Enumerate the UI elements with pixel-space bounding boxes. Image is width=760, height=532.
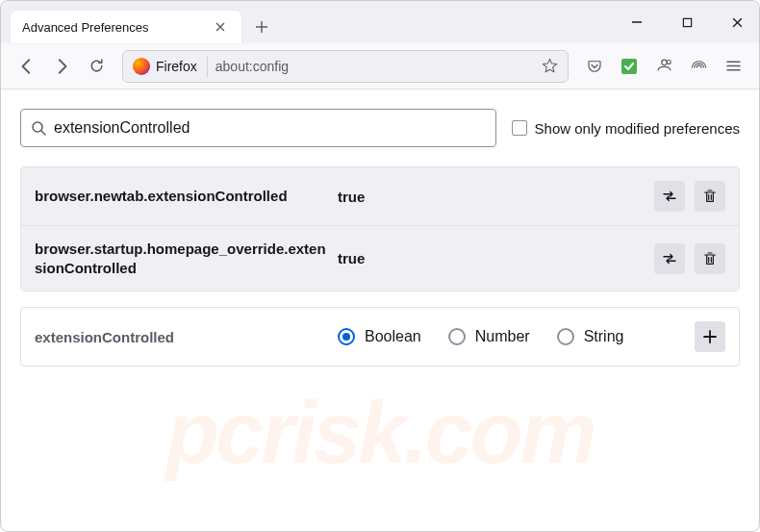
site-identity[interactable]: Firefox [129,56,208,77]
minimize-button[interactable] [622,8,651,37]
toolbar-right [578,50,749,83]
url-text: about:config [215,59,537,74]
back-button[interactable] [11,50,43,83]
new-tab-button[interactable] [247,13,276,41]
firefox-icon [133,58,150,75]
navigation-toolbar: Firefox about:config [1,43,759,89]
app-menu-icon[interactable] [717,50,749,83]
bookmark-star-icon[interactable] [537,54,562,79]
delete-button[interactable] [695,181,725,212]
radio-number[interactable]: Number [448,328,530,345]
radio-circle-icon [338,328,355,345]
svg-point-2 [667,61,671,64]
radio-boolean[interactable]: Boolean [338,328,421,345]
pref-name: browser.newtab.extensionControlled [35,187,328,206]
show-modified-checkbox[interactable]: Show only modified preferences [512,120,740,137]
radio-label: Boolean [365,328,421,345]
shield-icon[interactable] [682,50,715,83]
checkbox-box-icon [512,120,527,136]
pref-name: browser.startup.homepage_override.extens… [35,240,328,277]
svg-rect-0 [683,18,691,26]
svg-rect-1 [621,59,637,74]
reload-button[interactable] [80,50,113,83]
pocket-icon[interactable] [578,50,611,83]
forward-button[interactable] [45,50,78,83]
checkbox-label: Show only modified preferences [535,120,740,137]
radio-circle-icon [557,328,574,345]
watermark: pcrisk.com [165,384,594,483]
window-controls [622,1,751,43]
preference-row: browser.startup.homepage_override.extens… [21,226,739,291]
search-input[interactable]: extensionControlled [20,109,496,147]
radio-label: Number [475,328,530,345]
address-bar[interactable]: Firefox about:config [122,50,569,83]
preference-row: browser.newtab.extensionControlled true [21,167,739,226]
identity-label: Firefox [156,59,197,74]
radio-string[interactable]: String [557,328,624,345]
type-radio-group: Boolean Number String [338,328,685,345]
content-area: extensionControlled Show only modified p… [1,89,759,531]
search-row: extensionControlled Show only modified p… [20,109,740,147]
pref-value: true [338,250,645,266]
pref-value: true [338,189,645,205]
preferences-table: browser.newtab.extensionControlled true … [20,166,740,291]
tab-bar: Advanced Preferences [1,1,759,43]
add-button[interactable] [695,321,725,352]
account-icon[interactable] [647,50,680,83]
extension-icon[interactable] [613,50,646,83]
toggle-button[interactable] [654,243,685,274]
maximize-button[interactable] [672,8,701,37]
search-icon [31,120,46,136]
search-value: extensionControlled [54,119,486,137]
radio-label: String [584,328,624,345]
close-window-button[interactable] [722,8,751,37]
create-pref-name: extensionControlled [35,329,328,345]
tab-active[interactable]: Advanced Preferences [11,11,241,43]
radio-circle-icon [448,328,466,345]
tab-title: Advanced Preferences [22,20,211,35]
create-preference-row: extensionControlled Boolean Number Strin… [20,307,740,367]
delete-button[interactable] [695,243,725,274]
toggle-button[interactable] [654,181,685,212]
close-tab-button[interactable] [211,17,230,37]
browser-window: Advanced Preferences [0,0,760,532]
